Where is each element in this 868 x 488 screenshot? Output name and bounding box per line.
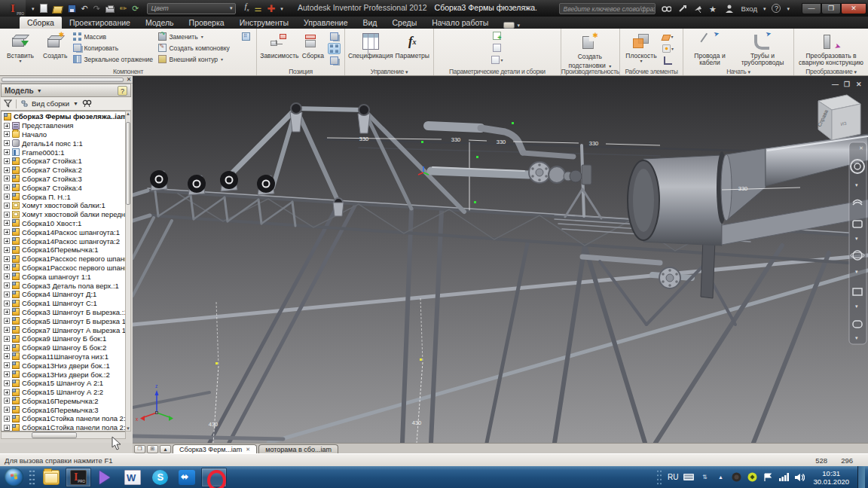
recording-icon[interactable] [731,472,741,483]
ribbon-tab-6[interactable]: Управление [296,17,355,29]
insert-button[interactable]: Вставить▾ [2,30,38,68]
tree-node[interactable]: Представления [2,121,126,130]
expand-icon[interactable] [4,380,10,386]
expand-icon[interactable] [4,300,10,307]
taskbar-opera[interactable] [201,468,227,487]
filter-icon[interactable] [4,99,12,108]
show-desktop-button[interactable] [857,466,865,488]
expand-icon[interactable] [4,167,10,173]
view-selector-dropdown-icon[interactable]: ▼ [73,101,78,106]
action-center-icon[interactable] [763,472,773,483]
expand-icon[interactable] [4,407,10,413]
close-tab-icon[interactable]: ✕ [246,447,250,453]
doc-window-controls[interactable]: —❐✕ [832,81,862,88]
tree-node[interactable]: Frame0001:1 [2,148,126,157]
sync-icon[interactable]: ⇅ [699,472,710,483]
save-icon[interactable] [68,5,76,13]
doc2-button[interactable]: ▾ [491,54,503,66]
grip-snap-button[interactable] [328,31,341,42]
assembly-view-icon[interactable] [20,99,28,108]
taskbar-word[interactable] [120,468,145,487]
mirror-button[interactable]: Зеркальное отражение [73,53,155,65]
taskbar-skype[interactable] [147,468,173,487]
layout-button[interactable]: Создать компоновку [158,42,237,53]
expand-icon[interactable] [4,273,10,279]
expand-icon[interactable] [4,212,10,218]
array-button[interactable]: Массив [73,31,155,42]
tree-node[interactable]: Сборка14Раскос шпангоута:2 [2,236,126,246]
update-icon[interactable]: ⟳ [132,4,139,14]
maximize-button[interactable]: ❐ [821,3,841,14]
tree-node[interactable]: Хомут хвостовой балки:1 [2,201,126,210]
tree-node[interactable]: Сборка15 Шпангоу А 2:1 [2,379,126,388]
expand-icon[interactable] [4,425,10,431]
assemble-button[interactable]: Сборка [300,30,326,68]
tree-node[interactable]: Сборка7 Стойка:2 [2,166,126,175]
tree-node[interactable]: Сборка4 Шпангоут Д:1 [2,290,126,299]
qat-dropdown-icon[interactable]: ▾ [280,4,283,14]
browser-close-icon[interactable]: ✕ [125,76,133,83]
volume-icon[interactable] [794,472,805,483]
search-icon[interactable] [662,4,671,14]
tree-node[interactable]: Сборка16Перемычка:2 [2,397,126,406]
expand-icon[interactable] [4,256,10,262]
help-dropdown-icon[interactable]: ▾ [787,4,790,14]
ribbon-tab-4[interactable]: Проверка [182,17,232,29]
expand-icon[interactable] [4,123,10,129]
expand-icon[interactable] [4,416,10,422]
start-button[interactable] [5,468,23,486]
constrain-button[interactable]: Зависимость [259,30,300,68]
expand-icon[interactable] [4,398,10,404]
tree-node[interactable]: Сборка14Раскос шпангоута:1 [2,227,126,236]
tree-node[interactable]: Деталь14 пояс 1:1 [2,139,126,148]
browser-scroll-strip[interactable] [2,78,124,82]
cascade-windows-button[interactable]: ❐ [134,445,145,453]
expand-icon[interactable] [4,175,10,181]
substitutes-button[interactable]: Создать подстановки ▾ [564,30,616,68]
tree-node[interactable]: Сборка16Перемычка:3 [2,405,126,414]
satellite-icon[interactable] [693,4,703,14]
bom-button[interactable]: Спецификация [347,30,393,68]
plane-button[interactable]: Плоскость▾ [622,30,660,68]
expand-icon[interactable] [4,185,10,191]
ribbon-tab-3[interactable]: Модель [138,17,182,29]
tree-node[interactable]: Сборка13Низ двери бок.:2 [2,370,126,379]
tree-node[interactable]: Начало [2,130,126,139]
tree-node[interactable]: Сборка5 Шпангоут Б вырезка 1:1 [2,316,126,325]
iattribute-button[interactable] [491,30,503,41]
replace-button[interactable]: Заменить▾ [158,31,237,42]
expand-icon[interactable] [4,336,10,342]
expand-icon[interactable] [4,362,10,368]
taskbar-explorer[interactable] [38,468,64,487]
tree-node[interactable]: Сборка9 Шпангоу Б бок:1 [2,334,126,343]
tree-node[interactable]: Сборка1Расскос первого шпангоута.:1 [2,255,126,264]
shrinkwrap-button[interactable]: Внешний контур▾ [158,53,237,65]
expand-icon[interactable] [4,247,10,253]
ribbon-tab-9[interactable]: Начало работы [424,17,496,29]
expand-icon[interactable] [4,318,10,324]
clock[interactable]: 10:31 30.01.2020 [813,469,849,486]
screen-shot-icon[interactable] [503,22,515,29]
expand-icon[interactable] [4,220,10,226]
taskbar-teamviewer[interactable] [174,468,200,487]
expand-icon[interactable] [4,327,10,333]
fx-icon[interactable]: fx [244,2,249,15]
tree-root-node[interactable]: Сборка3 Фермы фюзеляжа..iam [2,112,126,121]
move-button[interactable] [328,43,341,54]
find-icon[interactable] [82,99,92,108]
ilogic-button[interactable] [240,31,252,42]
workplane-button[interactable]: ▾ [662,31,674,42]
taskbar-inventor[interactable] [66,468,91,487]
expand-icon[interactable] [4,345,10,351]
workpoint-button[interactable]: ▾ [662,43,674,54]
redo-icon[interactable]: ↷ [93,4,100,14]
tree-node[interactable]: Сборка11Шпангоута низ:1 [2,352,126,361]
open-icon[interactable] [51,6,63,14]
language-indicator[interactable]: RU [668,473,678,481]
tree-node[interactable]: Сборка1Стойка панели пола 2:1 [2,414,126,423]
ribbon-tab-8[interactable]: Среды [384,17,424,29]
expand-icon[interactable] [4,264,10,270]
tree-node[interactable]: Сборка3 Деталь пола верх.:1 [2,281,126,290]
expand-icon[interactable] [4,238,10,244]
sign-in[interactable]: Вход [741,5,757,13]
